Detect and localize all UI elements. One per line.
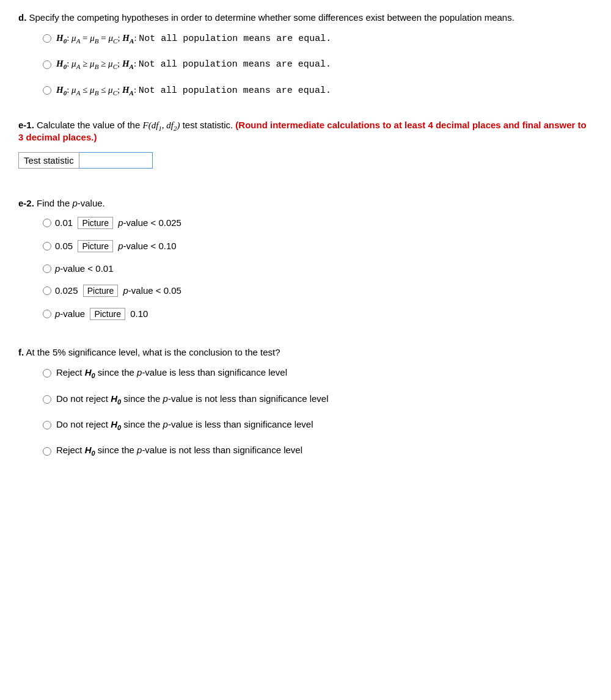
part-f-radio-1[interactable] bbox=[43, 369, 51, 377]
part-f-option-3[interactable]: Do not reject H0 since the p-value is le… bbox=[43, 418, 593, 432]
part-e2-label: e-2. bbox=[18, 198, 34, 208]
part-e2-prompt: e-2. Find the p-value. bbox=[18, 198, 593, 208]
part-f-option-2[interactable]: Do not reject H0 since the p-value is no… bbox=[43, 392, 593, 407]
part-e2-option-3[interactable]: p-value < 0.01 bbox=[43, 263, 593, 274]
part-d-label: d. bbox=[18, 12, 26, 23]
part-d-radio-2[interactable] bbox=[43, 60, 51, 69]
part-f-radio-group: Reject H0 since the p-value is less than… bbox=[18, 366, 593, 459]
part-e2-option-5-label: p-value Picture 0.10 bbox=[55, 308, 148, 320]
part-f-text: At the 5% significance level, what is th… bbox=[26, 347, 280, 357]
part-e2-radio-2[interactable] bbox=[43, 242, 51, 250]
e2-opt2-val1: 0.05 bbox=[55, 241, 73, 251]
part-f-prompt: f. At the 5% significance level, what is… bbox=[18, 347, 593, 357]
part-f-option-2-label: Do not reject H0 since the p-value is no… bbox=[56, 392, 329, 407]
part-f-radio-4[interactable] bbox=[43, 447, 51, 456]
part-d-radio-3[interactable] bbox=[43, 86, 51, 95]
e2-opt1-picture: Picture bbox=[78, 217, 113, 229]
test-statistic-input[interactable] bbox=[79, 152, 153, 169]
part-e1-prompt: e-1. Calculate the value of the F(df1, d… bbox=[18, 120, 593, 142]
e2-opt2-picture: Picture bbox=[78, 240, 113, 252]
part-e2-section: e-2. Find the p-value. 0.01 Picture p-va… bbox=[18, 198, 593, 320]
part-e2-radio-1[interactable] bbox=[43, 219, 51, 227]
part-e2-radio-4[interactable] bbox=[43, 286, 51, 295]
part-d-option-2-label: H0: μA ≥ μB ≥ μC; HA: Not all population… bbox=[56, 57, 331, 71]
part-d-radio-group: H0: μA = μB = μC; HA: Not all population… bbox=[18, 31, 593, 98]
part-e2-text: Find the p-value. bbox=[37, 198, 105, 208]
e2-opt3-text: p-value < 0.01 bbox=[55, 263, 114, 274]
e2-opt4-val2: p-value < 0.05 bbox=[123, 285, 181, 296]
part-f-option-1-label: Reject H0 since the p-value is less than… bbox=[56, 366, 287, 381]
part-e2-option-2-label: 0.05 Picture p-value < 0.10 bbox=[55, 240, 177, 252]
e2-opt5-val1: p-value bbox=[55, 308, 85, 319]
part-e2-option-1[interactable]: 0.01 Picture p-value < 0.025 bbox=[43, 217, 593, 229]
part-f-radio-3[interactable] bbox=[43, 421, 51, 429]
part-d-option-2[interactable]: H0: μA ≥ μB ≥ μC; HA: Not all population… bbox=[43, 57, 593, 71]
part-d-option-1-label: H0: μA = μB = μC; HA: Not all population… bbox=[56, 31, 331, 46]
part-f-option-3-label: Do not reject H0 since the p-value is le… bbox=[56, 418, 313, 432]
f-notation: F(df1, df2) bbox=[142, 120, 180, 130]
part-d-prompt: d. Specify the competing hypotheses in o… bbox=[18, 12, 593, 23]
part-f-option-1[interactable]: Reject H0 since the p-value is less than… bbox=[43, 366, 593, 381]
part-d-option-3-label: H0: μA ≤ μB ≤ μC; HA: Not all population… bbox=[56, 83, 331, 98]
part-d-option-1[interactable]: H0: μA = μB = μC; HA: Not all population… bbox=[43, 31, 593, 46]
e2-opt4-val1: 0.025 bbox=[55, 285, 78, 296]
part-e2-option-1-label: 0.01 Picture p-value < 0.025 bbox=[55, 217, 181, 229]
part-e2-option-5[interactable]: p-value Picture 0.10 bbox=[43, 308, 593, 320]
part-e1-label: e-1. bbox=[18, 120, 34, 130]
e2-opt1-val1: 0.01 bbox=[55, 217, 73, 228]
part-f-option-4-label: Reject H0 since the p-value is not less … bbox=[56, 443, 302, 458]
test-statistic-label: Test statistic bbox=[18, 152, 79, 169]
part-f-radio-2[interactable] bbox=[43, 395, 51, 404]
part-e2-radio-5[interactable] bbox=[43, 310, 51, 318]
test-statistic-row: Test statistic bbox=[18, 152, 593, 169]
e2-opt4-picture: Picture bbox=[83, 285, 119, 297]
part-d-option-3[interactable]: H0: μA ≤ μB ≤ μC; HA: Not all population… bbox=[43, 83, 593, 98]
part-e2-radio-group: 0.01 Picture p-value < 0.025 0.05 Pictur… bbox=[18, 217, 593, 320]
part-e2-option-3-label: p-value < 0.01 bbox=[55, 263, 114, 274]
e2-opt5-picture: Picture bbox=[90, 308, 125, 320]
part-d-section: d. Specify the competing hypotheses in o… bbox=[18, 12, 593, 98]
e2-opt2-val2: p-value < 0.10 bbox=[118, 241, 177, 251]
part-e2-option-4[interactable]: 0.025 Picture p-value < 0.05 bbox=[43, 285, 593, 297]
part-d-text: Specify the competing hypotheses in orde… bbox=[29, 12, 514, 23]
part-e1-text-start: Calculate the value of the bbox=[37, 120, 142, 130]
part-e2-radio-3[interactable] bbox=[43, 264, 51, 273]
part-e1-section: e-1. Calculate the value of the F(df1, d… bbox=[18, 120, 593, 169]
e2-opt5-val2: 0.10 bbox=[130, 308, 148, 319]
part-e1-text-end: test statistic. bbox=[180, 120, 236, 130]
part-d-radio-1[interactable] bbox=[43, 34, 51, 43]
part-e2-option-2[interactable]: 0.05 Picture p-value < 0.10 bbox=[43, 240, 593, 252]
e2-opt1-val2: p-value < 0.025 bbox=[118, 217, 181, 228]
part-e2-option-4-label: 0.025 Picture p-value < 0.05 bbox=[55, 285, 181, 297]
part-f-label: f. bbox=[18, 347, 24, 357]
part-f-section: f. At the 5% significance level, what is… bbox=[18, 347, 593, 459]
part-f-option-4[interactable]: Reject H0 since the p-value is not less … bbox=[43, 443, 593, 458]
